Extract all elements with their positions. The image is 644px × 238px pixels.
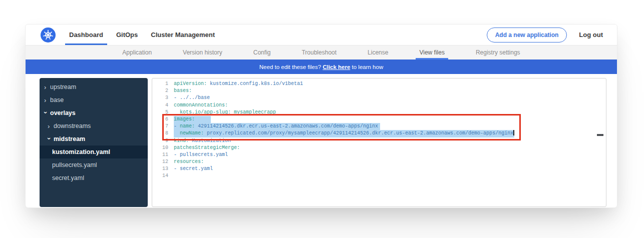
tree-item-label: secret.yaml [52, 174, 84, 182]
code-editor[interactable]: 1apiVersion: kustomize.config.k8s.io/v1b… [152, 78, 606, 207]
code-line-3[interactable]: 3- ../../base [152, 94, 606, 102]
chevron-down-icon: › [46, 138, 53, 141]
admin-console-window: DashboardGitOpsCluster Management Add a … [25, 24, 617, 208]
edit-files-banner: Need to edit these files? Click here to … [26, 60, 617, 74]
line-content: - pullsecrets.yaml [174, 152, 228, 158]
banner-text-after: to learn how [350, 64, 383, 70]
code-token: 429114214526.dkr.ecr.us-east-2.amazonaws… [195, 124, 378, 129]
nav-item-dashboard[interactable]: Dashboard [63, 24, 110, 45]
line-content: patchesStrategicMerge: [174, 144, 240, 152]
line-content: kind: Kustomization [174, 138, 231, 144]
code-token: kind: [174, 138, 189, 144]
line-number: 9 [152, 138, 174, 144]
tree-item-midstream[interactable]: ›midstream [40, 132, 148, 146]
code-line-10[interactable]: 10patchesStrategicMerge: [152, 144, 606, 152]
line-number: 4 [152, 102, 174, 109]
add-application-button[interactable]: Add a new application [487, 28, 567, 42]
tab-license[interactable]: License [364, 46, 392, 60]
code-token: - secret.yaml [174, 166, 213, 172]
chevron-down-icon: › [42, 112, 50, 115]
code-token: patchesStrategicMerge: [174, 145, 240, 150]
banner-text-before: Need to edit these files? [259, 64, 323, 70]
code-line-2[interactable]: 2bases: [152, 88, 606, 94]
line-number: 6 [152, 116, 174, 123]
line-content: kots.io/app-slug: mysampleecrapp [174, 109, 276, 116]
line-content: commonAnnotations: [174, 102, 228, 109]
banner-click-here-link[interactable]: Click here [323, 64, 350, 70]
tab-config[interactable]: Config [250, 46, 274, 60]
tree-item-overlays[interactable]: ›overlays [40, 106, 148, 120]
line-content: newName: proxy.replicated.com/proxy/mysa… [174, 130, 514, 137]
tab-registry-settings[interactable]: Registry settings [472, 46, 524, 60]
code-line-13[interactable]: 13- secret.yaml [152, 166, 606, 172]
view-files-content: ›upstream›base›overlays›downstreams›mids… [26, 74, 617, 208]
chevron-right-icon: › [44, 84, 48, 91]
tree-item-label: base [50, 96, 64, 104]
code-line-11[interactable]: 11- pullsecrets.yaml [152, 152, 606, 158]
line-content: images: [174, 116, 211, 123]
code-token: kots.io/app-slug: mysampleecrapp [174, 110, 276, 115]
chevron-right-icon: › [44, 96, 48, 104]
code-line-6[interactable]: 6images: [152, 116, 606, 123]
tree-item-label: downstreams [54, 122, 91, 130]
logout-link[interactable]: Log out [579, 31, 603, 38]
code-line-8[interactable]: 8 newName: proxy.replicated.com/proxy/my… [152, 130, 606, 137]
code-token [174, 130, 180, 136]
code-line-12[interactable]: 12resources: [152, 158, 606, 166]
code-token: - pullsecrets.yaml [174, 152, 228, 158]
line-content: - ../../base [174, 94, 210, 102]
kubernetes-helm-icon [41, 28, 56, 42]
line-number: 1 [152, 80, 174, 88]
tab-version-history[interactable]: Version history [179, 46, 226, 60]
code-line-1[interactable]: 1apiVersion: kustomize.config.k8s.io/v1b… [152, 80, 606, 88]
nav-item-gitops[interactable]: GitOps [110, 24, 144, 45]
tab-view-files[interactable]: View files [416, 46, 448, 60]
line-content: - secret.yaml [174, 166, 213, 172]
code-line-9[interactable]: 9kind: Kustomization [152, 138, 606, 144]
code-line-14[interactable]: 14 [152, 172, 606, 180]
code-token: proxy.replicated.com/proxy/mysampleecrap… [204, 130, 513, 136]
scrollbar-cursor-marker [597, 134, 603, 136]
tree-item-label: kustomization.yaml [52, 148, 110, 156]
code-line-7[interactable]: 7- name: 429114214526.dkr.ecr.us-east-2.… [152, 123, 606, 130]
code-lines: 1apiVersion: kustomize.config.k8s.io/v1b… [152, 80, 606, 180]
code-token: kustomize.config.k8s.io/v1beta1 [207, 81, 303, 86]
code-token: bases: [174, 88, 192, 94]
chevron-right-icon: › [48, 122, 51, 130]
code-line-4[interactable]: 4commonAnnotations: [152, 102, 606, 109]
tree-item-kustomization-yaml[interactable]: kustomization.yaml [40, 146, 148, 158]
line-number: 11 [152, 152, 174, 158]
code-token: newName: [180, 130, 204, 136]
line-number: 13 [152, 166, 174, 172]
code-token: - ../../base [174, 95, 210, 100]
code-token: apiVersion: [174, 81, 207, 86]
tab-application[interactable]: Application [119, 46, 155, 60]
line-number: 12 [152, 158, 174, 166]
code-token: - [174, 124, 180, 129]
tree-item-pullsecrets-yaml[interactable]: pullsecrets.yaml [40, 158, 148, 172]
line-number: 7 [152, 123, 174, 130]
line-number: 14 [152, 172, 174, 180]
tree-item-label: pullsecrets.yaml [52, 162, 97, 168]
nav-item-cluster-management[interactable]: Cluster Management [144, 24, 221, 45]
line-content: resources: [174, 158, 204, 166]
tree-item-upstream[interactable]: ›upstream [40, 80, 148, 94]
tab-troubleshoot[interactable]: Troubleshoot [298, 46, 340, 60]
tree-item-base[interactable]: ›base [40, 94, 148, 106]
tree-item-downstreams[interactable]: ›downstreams [40, 120, 148, 132]
file-tree-panel: ›upstream›base›overlays›downstreams›mids… [40, 78, 148, 207]
code-token: resources: [174, 159, 204, 164]
tree-item-label: overlays [50, 110, 76, 116]
tree-item-label: midstream [54, 136, 85, 142]
tree-item-secret-yaml[interactable]: secret.yaml [40, 172, 148, 184]
line-number: 8 [152, 130, 174, 137]
code-token: images: [174, 116, 195, 122]
code-token: commonAnnotations: [174, 102, 228, 108]
code-line-5[interactable]: 5 kots.io/app-slug: mysampleecrapp [152, 109, 606, 116]
line-content: - name: 429114214526.dkr.ecr.us-east-2.a… [174, 123, 380, 130]
line-content: bases: [174, 88, 192, 94]
line-content: apiVersion: kustomize.config.k8s.io/v1be… [174, 80, 303, 88]
code-token: name: [180, 124, 195, 129]
code-token: Kustomization [189, 138, 231, 144]
top-navbar: DashboardGitOpsCluster Management Add a … [26, 24, 617, 46]
